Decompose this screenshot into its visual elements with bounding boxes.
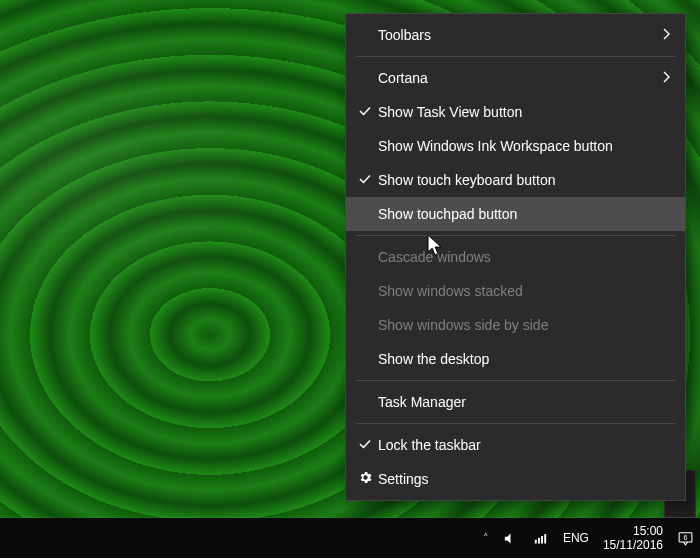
clock[interactable]: 15:00 15/11/2016 (603, 524, 663, 552)
menu-item-lock-taskbar[interactable]: Lock the taskbar (346, 428, 685, 462)
tray-overflow-chevron-icon[interactable]: ˄ (483, 532, 489, 545)
clock-date: 15/11/2016 (603, 538, 663, 552)
menu-label: Show touch keyboard button (378, 172, 671, 188)
menu-item-show-ink-workspace[interactable]: Show Windows Ink Workspace button (346, 129, 685, 163)
clock-time: 15:00 (633, 524, 663, 538)
menu-label: Settings (378, 471, 671, 487)
action-center-icon[interactable]: 6 (677, 530, 694, 547)
menu-item-windows-side-by-side: Show windows side by side (346, 308, 685, 342)
menu-item-show-task-view[interactable]: Show Task View button (346, 95, 685, 129)
system-tray: ˄ ENG 15:00 15/11/2016 6 (473, 524, 700, 552)
menu-separator (356, 235, 675, 236)
menu-item-cascade-windows: Cascade windows (346, 240, 685, 274)
menu-label: Toolbars (378, 27, 663, 43)
menu-label: Cascade windows (378, 249, 671, 265)
menu-item-show-touch-keyboard[interactable]: Show touch keyboard button (346, 163, 685, 197)
chevron-right-icon (663, 27, 671, 43)
language-indicator[interactable]: ENG (563, 531, 589, 545)
chevron-right-icon (663, 70, 671, 86)
menu-separator (356, 380, 675, 381)
taskbar[interactable]: ˄ ENG 15:00 15/11/2016 6 (0, 518, 700, 558)
menu-item-windows-stacked: Show windows stacked (346, 274, 685, 308)
svg-rect-1 (538, 537, 540, 543)
menu-item-cortana[interactable]: Cortana (346, 61, 685, 95)
menu-item-task-manager[interactable]: Task Manager (346, 385, 685, 419)
check-icon (352, 172, 378, 189)
check-icon (352, 104, 378, 121)
svg-text:6: 6 (684, 533, 688, 541)
menu-label: Show windows side by side (378, 317, 671, 333)
menu-label: Show Windows Ink Workspace button (378, 138, 671, 154)
menu-label: Show touchpad button (378, 206, 671, 222)
svg-rect-3 (545, 534, 547, 543)
svg-rect-2 (542, 536, 544, 544)
menu-separator (356, 423, 675, 424)
menu-label: Show windows stacked (378, 283, 671, 299)
network-icon[interactable] (533, 530, 549, 546)
menu-item-settings[interactable]: Settings (346, 462, 685, 496)
menu-label: Lock the taskbar (378, 437, 671, 453)
menu-item-show-touchpad[interactable]: Show touchpad button (346, 197, 685, 231)
menu-label: Task Manager (378, 394, 671, 410)
menu-item-toolbars[interactable]: Toolbars (346, 18, 685, 52)
menu-label: Show the desktop (378, 351, 671, 367)
menu-item-show-desktop[interactable]: Show the desktop (346, 342, 685, 376)
svg-rect-0 (535, 539, 537, 543)
menu-label: Show Task View button (378, 104, 671, 120)
taskbar-context-menu: Toolbars Cortana Show Task View button S… (345, 13, 686, 501)
menu-label: Cortana (378, 70, 663, 86)
volume-icon[interactable] (503, 530, 519, 546)
menu-separator (356, 56, 675, 57)
gear-icon (352, 470, 378, 488)
check-icon (352, 437, 378, 454)
